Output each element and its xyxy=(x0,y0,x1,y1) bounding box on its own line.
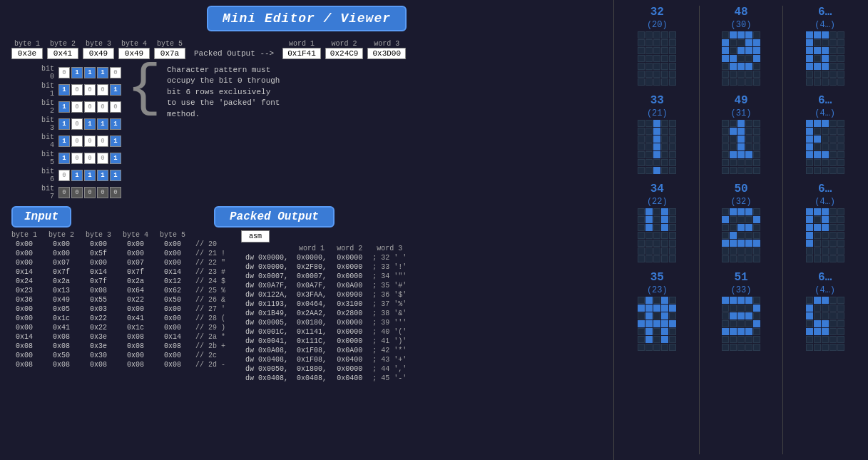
bit-cell[interactable]: 1 xyxy=(110,118,121,130)
pixel-cell xyxy=(745,39,752,46)
bit-cell[interactable]: 0 xyxy=(97,153,108,164)
pixel-cell xyxy=(753,320,760,327)
pixel-cell xyxy=(730,320,737,327)
pixel-cell xyxy=(645,31,653,39)
bit-cell[interactable]: 1 xyxy=(71,67,83,78)
bit-cell[interactable]: 1 xyxy=(58,153,70,164)
pixel-cell xyxy=(837,328,844,335)
table-row: dw 0x1B49,0x2AA2,0x2800; 38 '&' xyxy=(241,309,422,318)
input-cell: 0x14 xyxy=(80,267,117,277)
bit-cell[interactable]: 0 xyxy=(97,101,108,113)
bit-cell[interactable]: 0 xyxy=(71,101,83,113)
bit-cell[interactable]: 0 xyxy=(84,136,96,147)
byte2-value[interactable]: 0x41 xyxy=(47,48,78,59)
bit-cell[interactable]: 1 xyxy=(97,67,108,78)
bit-cell[interactable]: 1 xyxy=(58,84,70,96)
word1-value[interactable]: 0x1F41 xyxy=(282,48,321,59)
bit-cell[interactable]: 0 xyxy=(110,101,121,113)
input-col-header: byte 3 xyxy=(80,230,117,240)
bit-cell[interactable]: 0 xyxy=(58,67,70,78)
input-cell: 0x08 xyxy=(80,286,117,295)
bit-cell[interactable]: 0 xyxy=(84,153,96,164)
bit-cell[interactable]: 1 xyxy=(84,170,96,181)
bit-cell[interactable]: 0 xyxy=(97,187,108,198)
bit-cell[interactable]: 0 xyxy=(84,101,96,113)
bit-cell[interactable]: 0 xyxy=(71,187,83,198)
table-row: 0x000x410x220x1c0x00// 29 ) xyxy=(6,323,230,332)
pixel-cell xyxy=(653,71,660,78)
bit-cell[interactable]: 1 xyxy=(97,170,108,181)
bit-row-label: bit 2 xyxy=(34,99,54,115)
bit-cell[interactable]: 0 xyxy=(110,187,121,198)
pixel-cell xyxy=(722,120,729,127)
bit-cell[interactable]: 1 xyxy=(110,136,121,147)
pixel-cell xyxy=(806,320,813,327)
pixel-cell xyxy=(822,232,829,239)
bit-cell[interactable]: 1 xyxy=(110,84,121,96)
input-cell: 0x00 xyxy=(6,249,43,258)
pixel-cell xyxy=(722,305,729,312)
output-table-area: asm word 1word 2word 3dw 0x0000,0x0000,0… xyxy=(241,230,608,454)
char-number-sub: (31) xyxy=(731,108,752,118)
pixel-cell xyxy=(737,55,745,62)
bit-cell[interactable]: 0 xyxy=(84,187,96,198)
char-number-sub: (21) xyxy=(647,108,668,118)
output-cell: 0x0400 xyxy=(331,355,368,364)
input-cell: 0x00 xyxy=(117,240,154,249)
bit-row: bit 110001 xyxy=(34,82,121,98)
input-comment: // 20 xyxy=(191,240,230,249)
bit-cell[interactable]: 0 xyxy=(97,84,108,96)
bit-cell[interactable]: 0 xyxy=(97,136,108,147)
bit-cell[interactable]: 1 xyxy=(84,67,96,78)
asm-tab[interactable]: asm xyxy=(241,230,270,242)
word2-value[interactable]: 0x24C9 xyxy=(325,48,364,59)
bit-cell[interactable]: 0 xyxy=(71,118,83,130)
bit-cell[interactable]: 1 xyxy=(71,170,83,181)
pixel-cell xyxy=(730,159,737,166)
pixel-cell xyxy=(837,71,844,78)
input-cell: 0x13 xyxy=(43,286,80,295)
bit-cell[interactable]: 1 xyxy=(58,101,70,113)
char-entry: 50(32) xyxy=(722,183,760,262)
pixel-cell xyxy=(638,216,645,223)
pixel-cell xyxy=(669,328,676,335)
output-comment: ; 45 '-' xyxy=(368,374,411,383)
bit-cell[interactable]: 1 xyxy=(58,118,70,130)
bit-cell[interactable]: 1 xyxy=(110,170,121,181)
pixel-cell xyxy=(829,39,837,46)
bit-cell[interactable]: 1 xyxy=(58,136,70,147)
pixel-cell xyxy=(814,63,821,70)
bit-cell[interactable]: 0 xyxy=(71,153,83,164)
bit-cell[interactable]: 0 xyxy=(71,136,83,147)
pixel-cell xyxy=(753,255,760,262)
bit-cell[interactable]: 0 xyxy=(58,170,70,181)
pixel-cell xyxy=(745,63,752,70)
bit-cell[interactable]: 1 xyxy=(84,118,96,130)
bit-cell[interactable]: 0 xyxy=(84,84,96,96)
input-label: Input xyxy=(24,210,58,223)
pixel-cell xyxy=(822,328,829,335)
bit-annotation: { Character pattern must occupy the bit … xyxy=(127,65,281,120)
table-row: 0x360x490x550x220x50// 26 & xyxy=(6,295,230,305)
output-table: word 1word 2word 3dw 0x0000,0x0000,0x000… xyxy=(241,244,422,383)
pixel-cell xyxy=(814,255,821,262)
byte3-value[interactable]: 0x49 xyxy=(83,48,114,59)
pixel-cell xyxy=(638,344,645,351)
pixel-cell xyxy=(814,31,821,39)
tables-area: byte 1byte 2byte 3byte 4byte 50x000x000x… xyxy=(6,230,608,454)
bit-cell[interactable]: 0 xyxy=(110,67,121,78)
pixel-cell xyxy=(722,224,729,231)
pixel-cell xyxy=(669,78,676,86)
input-cell: 0x08 xyxy=(43,360,80,369)
input-cell: 0x00 xyxy=(6,240,43,249)
bit-cell[interactable]: 1 xyxy=(110,153,121,164)
bit-row: bit 700000 xyxy=(34,185,121,200)
bit-cell[interactable]: 1 xyxy=(97,118,108,130)
pixel-cell xyxy=(722,216,729,223)
byte1-value[interactable]: 0x3e xyxy=(11,48,43,59)
pixel-cell xyxy=(814,240,821,247)
pixel-cell xyxy=(730,305,737,312)
bit-cell[interactable]: 0 xyxy=(71,84,83,96)
bit-cell[interactable]: 0 xyxy=(58,187,70,198)
word3-value[interactable]: 0x3D00 xyxy=(367,48,406,59)
